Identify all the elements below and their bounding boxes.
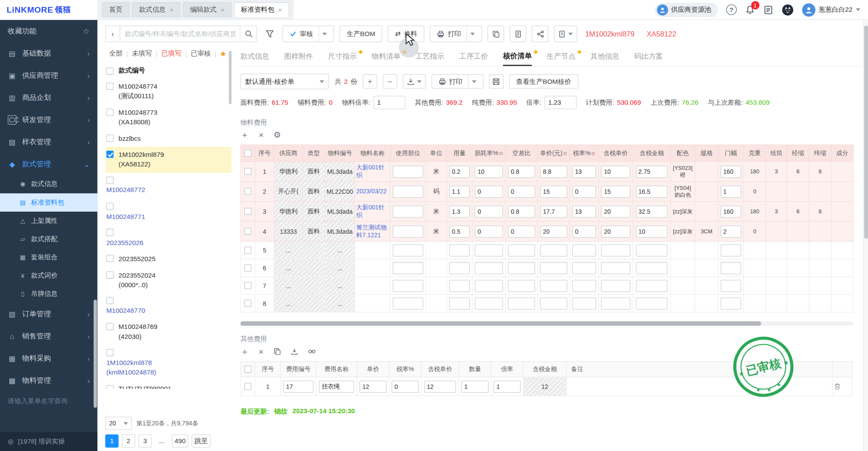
row-checkbox[interactable]: [244, 208, 252, 215]
filter-all[interactable]: 全部: [105, 49, 126, 58]
loss-input[interactable]: [475, 244, 503, 256]
tax-price-input[interactable]: [601, 279, 630, 292]
row-checkbox[interactable]: [106, 229, 114, 236]
width-input[interactable]: [720, 279, 741, 292]
filter-unfilled[interactable]: 未填写: [128, 49, 156, 58]
gap-input[interactable]: 0.8: [508, 166, 535, 178]
export-icon[interactable]: [291, 348, 298, 355]
sidebar-subitem-set-combo[interactable]: ▦套装组合: [0, 248, 97, 266]
list-item[interactable]: M100248769(42030): [105, 319, 232, 345]
window-tab-style-info[interactable]: 款式信息×: [132, 2, 180, 17]
material-name-link[interactable]: 2023/03/22: [356, 188, 389, 196]
qty-input[interactable]: [449, 297, 470, 309]
row-checkbox[interactable]: [106, 203, 114, 210]
audit-button[interactable]: 审核: [282, 26, 334, 42]
tax-input[interactable]: [572, 244, 596, 256]
cost-sheet-select[interactable]: 默认通用-核价单: [240, 74, 329, 90]
sidebar-item-order-mgmt[interactable]: ▨订单管理›: [0, 303, 97, 325]
filter-audited[interactable]: 已审核: [187, 49, 215, 58]
star-icon[interactable]: ☆: [83, 27, 90, 35]
supplier-pool-button[interactable]: 供应商资源池: [655, 3, 718, 17]
loss-input[interactable]: [475, 262, 503, 274]
tax-price-input[interactable]: 20: [601, 205, 630, 217]
fee-note-cell[interactable]: [567, 377, 832, 396]
price-input[interactable]: 15: [540, 186, 567, 198]
add-row-icon[interactable]: ＋: [240, 131, 248, 139]
width-input[interactable]: 1: [720, 186, 741, 198]
fee-tax-price-input[interactable]: 12: [424, 380, 456, 392]
width-input[interactable]: [720, 262, 741, 274]
amount-input[interactable]: [636, 279, 668, 292]
row-checkbox[interactable]: [106, 151, 114, 158]
filter-filled[interactable]: 已填写: [157, 49, 185, 58]
tax-input[interactable]: 0: [572, 225, 596, 237]
list-item[interactable]: M100248774(测试00111): [105, 79, 232, 105]
close-icon[interactable]: ×: [169, 7, 173, 13]
qty-input[interactable]: 0.2: [449, 166, 470, 178]
usage-input[interactable]: [393, 205, 423, 217]
page-size-select[interactable]: 20: [105, 417, 132, 430]
usage-input[interactable]: [393, 262, 423, 274]
sidebar-item-supplier-mgmt[interactable]: ▣供应商管理›: [0, 64, 97, 86]
sidebar-subitem-style-match[interactable]: ▱款式搭配: [0, 230, 97, 248]
tab-cost-sheet[interactable]: 核价清单: [503, 46, 532, 66]
style-search-input[interactable]: [119, 26, 240, 42]
sidebar-item-sample-mgmt[interactable]: ▧样衣管理›: [0, 131, 97, 153]
list-item[interactable]: 2023552025: [105, 251, 232, 267]
usage-input[interactable]: [393, 279, 423, 292]
sidebar-item-basic-data[interactable]: ▤基础数据›: [0, 42, 97, 64]
list-item[interactable]: bzzlbcs: [105, 130, 232, 146]
row-checkbox[interactable]: [244, 188, 252, 195]
amount-input[interactable]: 32.5: [636, 205, 668, 217]
share-button[interactable]: [532, 26, 549, 42]
sidebar-subitem-style-info[interactable]: ◉款式信息: [0, 175, 97, 193]
calc-icon[interactable]: ⊙: [563, 151, 567, 156]
document-button[interactable]: [510, 26, 527, 42]
export-button[interactable]: [403, 74, 426, 89]
loss-input[interactable]: 0: [475, 205, 503, 217]
usage-input[interactable]: [393, 244, 423, 256]
tab-size-spec[interactable]: 尺寸指示: [328, 46, 357, 66]
fee-qty-input[interactable]: 1: [461, 380, 488, 392]
list-item[interactable]: 1M1002kml878(kmlM10024878): [105, 345, 232, 381]
close-icon[interactable]: ×: [221, 7, 225, 13]
page-button-2[interactable]: 2: [122, 434, 136, 448]
remove-sheet-button[interactable]: −: [383, 74, 397, 89]
search-icon[interactable]: [240, 26, 257, 42]
usage-input[interactable]: [393, 166, 423, 178]
sidebar-scrollbar[interactable]: [93, 300, 97, 408]
material-name-link[interactable]: 大新001针织: [356, 204, 389, 219]
add-row-icon[interactable]: ＋: [240, 347, 248, 355]
loss-input[interactable]: [475, 297, 503, 309]
calc-icon[interactable]: ⊙: [591, 151, 596, 156]
loss-input[interactable]: 0: [475, 225, 503, 237]
loss-input[interactable]: 0: [475, 186, 503, 198]
tax-price-input[interactable]: 10: [601, 166, 630, 178]
mascot-icon[interactable]: [782, 3, 794, 16]
row-checkbox[interactable]: [244, 227, 252, 235]
link-icon[interactable]: [308, 348, 316, 355]
sidebar-item-material-purchase[interactable]: ▦物料采购›: [0, 347, 97, 369]
width-input[interactable]: [720, 297, 741, 309]
row-checkbox[interactable]: [106, 176, 114, 184]
row-checkbox[interactable]: [244, 168, 252, 175]
tax-price-input[interactable]: [601, 297, 630, 309]
gap-input[interactable]: 0: [508, 225, 535, 237]
amount-input[interactable]: 10: [636, 225, 668, 237]
loss-input[interactable]: [475, 279, 503, 292]
row-checkbox[interactable]: [106, 255, 114, 262]
tab-craft-spec[interactable]: 工艺指示: [415, 46, 444, 66]
amount-input[interactable]: 16.5: [636, 186, 668, 198]
row-checkbox[interactable]: [244, 246, 252, 254]
amount-input[interactable]: [636, 297, 668, 309]
qty-input[interactable]: [449, 244, 470, 256]
sidebar-item-sales-mgmt[interactable]: ⌂销售管理›: [0, 325, 97, 347]
window-tab-home[interactable]: 首页: [102, 2, 130, 17]
chevron-down-icon[interactable]: [470, 33, 475, 35]
list-item[interactable]: M100248771: [105, 199, 232, 225]
list-item[interactable]: 2023552024(0000*..0): [105, 267, 232, 293]
chevron-down-icon[interactable]: [472, 80, 476, 83]
tax-input[interactable]: 13: [572, 205, 596, 217]
export-doc-button[interactable]: [554, 26, 578, 42]
collapse-panel-button[interactable]: ‹: [105, 26, 119, 42]
